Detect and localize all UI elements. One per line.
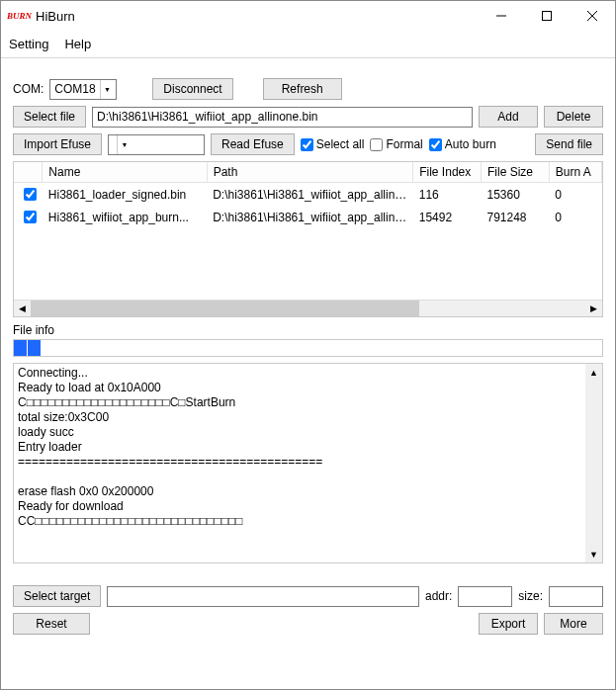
size-label: size: [518, 589, 543, 603]
row-checkbox[interactable] [24, 211, 37, 223]
table-row[interactable]: Hi3861_wifiiot_app_burn...D:\hi3861\Hi38… [14, 206, 602, 228]
col-name[interactable]: Name [43, 162, 207, 183]
file-info-bar [13, 339, 603, 357]
size-input[interactable] [549, 586, 603, 607]
log-vertical-scrollbar[interactable]: ▲ ▼ [585, 364, 602, 562]
disconnect-button[interactable]: Disconnect [152, 78, 232, 100]
refresh-button[interactable]: Refresh [263, 78, 342, 100]
scroll-left-icon[interactable]: ◀ [14, 301, 31, 317]
window-title: HiBurn [36, 9, 75, 24]
table-row[interactable]: Hi3861_loader_signed.binD:\hi3861\Hi3861… [14, 183, 602, 207]
com-select[interactable]: COM18 ▼ [49, 79, 117, 100]
file-path-value: D:\hi3861\Hi3861_wifiiot_app_allinone.bi… [97, 110, 318, 124]
cell-burn-addr: 0 [549, 183, 601, 207]
chevron-down-icon: ▼ [117, 135, 132, 154]
efuse-select[interactable]: ▼ [108, 134, 205, 155]
file-path-input[interactable]: D:\hi3861\Hi3861_wifiiot_app_allinone.bi… [92, 107, 473, 128]
cell-name: Hi3861_loader_signed.bin [43, 183, 207, 207]
auto-burn-label: Auto burn [445, 137, 496, 151]
svg-rect-1 [543, 12, 552, 21]
com-select-value: COM18 [54, 82, 95, 96]
scroll-right-icon[interactable]: ▶ [585, 301, 602, 317]
select-target-button[interactable]: Select target [13, 585, 101, 607]
scroll-down-icon[interactable]: ▼ [585, 546, 602, 562]
scroll-up-icon[interactable]: ▲ [585, 364, 602, 381]
file-info-label: File info [13, 323, 603, 337]
cell-path: D:\hi3861\Hi3861_wifiiot_app_allinon... [207, 183, 413, 207]
titlebar: BURN HiBurn [1, 1, 615, 31]
close-button[interactable] [570, 1, 615, 31]
table-header-row: Name Path File Index File Size Burn A [14, 162, 602, 183]
import-efuse-button[interactable]: Import Efuse [13, 133, 102, 155]
row-checkbox[interactable] [24, 188, 37, 201]
chevron-down-icon: ▼ [100, 80, 115, 99]
cell-name: Hi3861_wifiiot_app_burn... [43, 206, 207, 228]
maximize-icon [542, 11, 552, 21]
add-button[interactable]: Add [479, 106, 538, 128]
cell-file-index: 116 [413, 183, 482, 207]
com-label: COM: [13, 82, 44, 96]
minimize-button[interactable] [479, 1, 524, 31]
file-info-segment [28, 340, 42, 356]
col-file-index[interactable]: File Index [413, 162, 482, 183]
select-all-label: Select all [316, 137, 365, 151]
file-table: Name Path File Index File Size Burn A Hi… [13, 161, 603, 317]
cell-burn-addr: 0 [549, 206, 601, 228]
cell-file-index: 15492 [413, 206, 482, 228]
col-file-size[interactable]: File Size [481, 162, 549, 183]
log-output[interactable]: Connecting... Ready to load at 0x10A000 … [14, 364, 585, 562]
table-horizontal-scrollbar[interactable]: ◀ ▶ [14, 300, 602, 316]
select-file-button[interactable]: Select file [13, 106, 86, 128]
menu-setting[interactable]: Setting [5, 35, 52, 53]
more-button[interactable]: More [544, 613, 603, 635]
cell-file-size: 15360 [481, 183, 549, 207]
formal-label: Formal [386, 137, 422, 151]
auto-burn-checkbox[interactable]: Auto burn [429, 137, 496, 151]
cell-file-size: 791248 [481, 206, 549, 228]
formal-checkbox[interactable]: Formal [370, 137, 422, 151]
burn-icon: BURN [7, 11, 32, 21]
read-efuse-button[interactable]: Read Efuse [211, 133, 295, 155]
select-all-checkbox[interactable]: Select all [301, 137, 365, 151]
delete-button[interactable]: Delete [544, 106, 603, 128]
send-file-button[interactable]: Send file [535, 133, 603, 155]
target-input[interactable] [107, 586, 419, 607]
minimize-icon [496, 11, 506, 21]
reset-button[interactable]: Reset [13, 613, 90, 635]
addr-label: addr: [425, 589, 452, 603]
log-panel: Connecting... Ready to load at 0x10A000 … [13, 363, 603, 563]
cell-path: D:\hi3861\Hi3861_wifiiot_app_allinon... [207, 206, 413, 228]
col-path[interactable]: Path [207, 162, 413, 183]
addr-input[interactable] [458, 586, 512, 607]
file-info-segment [14, 340, 28, 356]
menubar: Setting Help [1, 31, 615, 58]
close-icon [587, 11, 597, 21]
col-burn-addr[interactable]: Burn A [549, 162, 601, 183]
maximize-button[interactable] [524, 1, 570, 31]
menu-help[interactable]: Help [60, 35, 95, 53]
export-button[interactable]: Export [479, 613, 538, 635]
